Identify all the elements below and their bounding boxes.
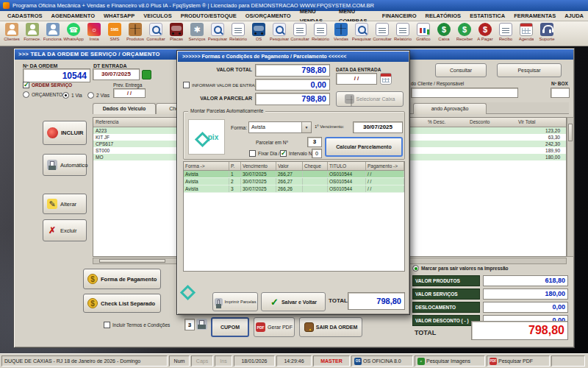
fixar-dia-checkbox[interactable]: Fixar Dia / xyxy=(249,150,280,157)
toolbar-pesquisar[interactable]: Pesquisar xyxy=(207,21,228,46)
entry-date-field[interactable]: 30/07/2025 xyxy=(93,68,140,80)
checkbox-icon xyxy=(104,322,110,328)
vertical-scrollbar[interactable] xyxy=(567,117,574,257)
client-label: do Cliente / Responsável xyxy=(411,81,464,86)
toolbar-recibo[interactable]: Recibo xyxy=(495,21,516,46)
informar-entrada-checkbox[interactable]: INFORMAR VALOR DE ENTRADA xyxy=(183,82,261,88)
toolbar-suporte[interactable]: Suporte xyxy=(537,21,557,46)
toolbar-os[interactable]: OS xyxy=(248,21,269,46)
menu-item-cadastros[interactable]: CADASTROS xyxy=(3,11,47,21)
value-row: VALOR SERVIÇOS180,00 xyxy=(412,289,568,300)
excluir-button[interactable]: Excluir xyxy=(43,219,87,241)
app-mini-icon: OS xyxy=(354,358,362,365)
via1-radio[interactable]: 1 Via xyxy=(62,92,82,99)
toolbar-relat-rio[interactable]: Relatório xyxy=(310,21,331,46)
data-entrada-field[interactable]: / / xyxy=(336,73,377,85)
imprimir-parcelas-button[interactable]: Imprimir Parcelas xyxy=(212,292,258,311)
toolbar-whatsapp[interactable]: WhatsApp xyxy=(63,21,84,46)
whatsapp-icon xyxy=(67,23,80,36)
toolbar-agenda[interactable]: Agenda xyxy=(516,21,537,46)
salvar-voltar-button[interactable]: Salvar e Voltar xyxy=(261,292,326,311)
add-ball-icon xyxy=(47,127,58,138)
cupom-button[interactable]: CUPOM xyxy=(211,317,249,337)
printer-icon[interactable] xyxy=(196,319,207,330)
menu-item-produto-estoque[interactable]: PRODUTO/ESTOQUE xyxy=(176,11,241,21)
incluir-button[interactable]: INCLUIR xyxy=(43,121,87,145)
forma-pagamento-button[interactable]: Forma de Pagamento xyxy=(83,269,161,289)
menu-item-ferramentas[interactable]: FERRAMENTAS xyxy=(509,11,560,21)
status-search-images[interactable]: ⌕Pesquisar Imagens xyxy=(415,355,485,367)
toolbar-sms[interactable]: SMS xyxy=(104,21,125,46)
toolbar-receber[interactable]: Receber xyxy=(454,21,475,46)
checklist-separado-button[interactable]: Check List Separado xyxy=(83,294,161,313)
termos-checkbox[interactable]: Incluir Termos e Condições xyxy=(104,322,170,328)
consultar-icon xyxy=(149,23,162,36)
menu-item-relat-rios[interactable]: RELATÓRIOS xyxy=(421,11,466,21)
tab-dados-veiculo[interactable]: Dados do Veiculo xyxy=(93,103,156,114)
toolbar-pesquisar[interactable]: Pesquisar xyxy=(269,21,290,46)
valor-parcelar-field: 798,80 xyxy=(255,93,330,105)
copies-field[interactable]: 3 xyxy=(184,319,195,330)
order-number-field[interactable]: 10544 xyxy=(23,68,90,82)
sair-ordem-button[interactable]: SAIR DA ORDEM xyxy=(299,317,362,337)
menu-item-veiculos[interactable]: VEICULOS xyxy=(139,11,176,21)
orcamento-radio[interactable]: ORÇAMENTO xyxy=(23,91,62,98)
tab-aguardando-aprovacao[interactable]: ando Aprovação xyxy=(413,103,487,114)
intervalo-field[interactable]: 0 xyxy=(312,149,322,158)
dialog-titlebar[interactable]: >>>>>> Formas e Condições de Pagamento /… xyxy=(178,52,409,62)
toolbar-fornece[interactable]: Fornece. xyxy=(22,21,43,46)
alterar-button[interactable]: Alterar xyxy=(43,194,87,214)
pesquisar-icon xyxy=(211,23,224,36)
toolbar-produtos[interactable]: Produtos xyxy=(125,21,146,46)
toolbar-pesquisar[interactable]: Pesquisar xyxy=(351,21,372,46)
toolbar-vendas[interactable]: Vendas xyxy=(331,21,351,46)
toolbar-consultar[interactable]: Consultar xyxy=(372,21,392,46)
menu-item-ajuda[interactable]: AJUDA xyxy=(560,11,588,21)
menu-item-estatistica[interactable]: ESTATISTICA xyxy=(465,11,509,21)
intervalo-checkbox[interactable]: Intervalo Nº xyxy=(280,150,314,157)
consultar-button[interactable]: Consultar xyxy=(435,63,487,77)
toolbar-placas[interactable]: Placas xyxy=(166,21,187,46)
pesquisar-button[interactable]: Pesquisar xyxy=(497,63,562,77)
toolbar-funciona[interactable]: Funciona. xyxy=(43,21,63,46)
client-field[interactable] xyxy=(411,88,518,98)
print-values-radio[interactable]: Marcar para sair valores na Impressão xyxy=(412,265,509,272)
ordem-servico-checkbox[interactable]: ORDEM SERVIÇO xyxy=(23,82,72,88)
calendar-button[interactable] xyxy=(142,70,151,79)
menu-item-agendamento[interactable]: AGENDAMENTO xyxy=(47,11,99,21)
parcel-row[interactable]: Avista230/07/2025266,27OS010544/ / xyxy=(184,178,404,185)
vencimento-field[interactable]: 30/07/2025 xyxy=(353,121,403,133)
toolbar-clientes[interactable]: Clientes xyxy=(1,21,22,46)
entrada-field[interactable]: 0,00 xyxy=(255,79,330,91)
toolbar-gr-fico[interactable]: Gráfico xyxy=(413,21,434,46)
toolbar-a-pagar[interactable]: A Pagar xyxy=(475,21,495,46)
automatico-button[interactable]: Automático xyxy=(43,154,87,176)
via2-radio[interactable]: 2 Vias xyxy=(87,92,110,99)
header-vlr-total: Vlr Total xyxy=(518,118,535,127)
toolbar-relat-rio[interactable]: Relatório xyxy=(228,21,248,46)
parcelas-field[interactable]: 3 xyxy=(307,137,322,147)
coins-icon xyxy=(87,298,98,308)
calendar-button[interactable] xyxy=(380,73,392,85)
toolbar-caixa[interactable]: Caixa xyxy=(434,21,454,46)
toolbar-consultar[interactable]: Consultar xyxy=(146,21,166,46)
toolbar-insta[interactable]: Insta xyxy=(84,21,104,46)
menu-item-whatsapp[interactable]: WHATSAPP xyxy=(99,11,139,21)
toolbar-relat-rio[interactable]: Relatório xyxy=(392,21,413,46)
toolbar-servi-os[interactable]: Serviços xyxy=(187,21,207,46)
calcular-parcelamento-button[interactable]: Calcular Parcelamento xyxy=(325,137,403,157)
relat-rio-icon xyxy=(396,23,409,36)
status-search-pdf[interactable]: PDFPesquisar PDF xyxy=(487,355,550,367)
prev-entrega-field[interactable]: / / xyxy=(113,88,146,98)
pdf-icon: PDF xyxy=(490,358,497,365)
menu-item-financeiro[interactable]: FINANCEIRO xyxy=(378,11,421,21)
parcel-row[interactable]: Avista330/07/2025266,26OS010544/ / xyxy=(184,185,404,193)
forma-select[interactable]: Avista ▼ xyxy=(248,121,312,133)
toolbar-consultar[interactable]: Consultar xyxy=(290,21,310,46)
forma-label: Forma: xyxy=(231,125,247,131)
parcel-row[interactable]: Avista130/07/2025266,27OS010544/ / xyxy=(184,171,404,178)
menu-item-os-or-amento[interactable]: OS/ORÇAMENTO xyxy=(241,11,295,21)
gerar-pdf-button[interactable]: Gerar PDF xyxy=(254,317,295,337)
box-field[interactable] xyxy=(551,88,570,98)
selecionar-caixa-button[interactable]: Selecionar Caixa xyxy=(336,91,404,107)
